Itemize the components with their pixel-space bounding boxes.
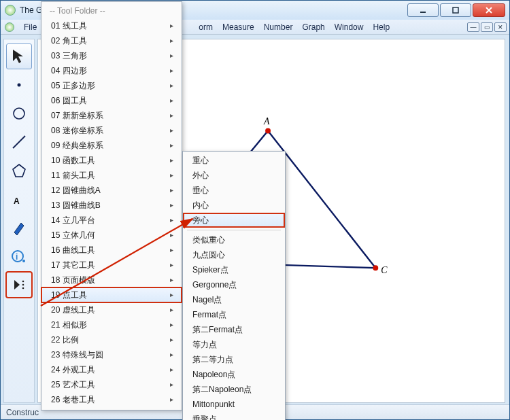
menu-item[interactable]: orm: [199, 22, 213, 32]
menu2-item[interactable]: Gergonne点: [183, 277, 285, 292]
submenu-arrow-icon: ▸: [170, 155, 173, 166]
point-tool-submenu[interactable]: 重心外心垂心内心旁心类似重心九点圆心Spieker点Gergonne点Nagel…: [182, 151, 286, 420]
menu2-item[interactable]: Napoleon点: [183, 367, 285, 382]
menu1-item[interactable]: 20 虚线工具▸: [41, 302, 182, 317]
menu1-item[interactable]: 04 四边形▸: [41, 63, 182, 78]
menu1-item-label: 22 比例: [51, 334, 79, 345]
menu2-item[interactable]: 垂心: [183, 183, 285, 198]
mdi-controls: — ▭ ✕: [467, 22, 509, 32]
menu1-item[interactable]: 16 曲线工具▸: [41, 243, 182, 258]
submenu-arrow-icon: ▸: [170, 364, 173, 375]
mdi-close-button[interactable]: ✕: [494, 22, 507, 32]
menu-file[interactable]: File: [24, 22, 37, 32]
label-c: C: [381, 265, 388, 275]
vertex-c[interactable]: [373, 265, 378, 270]
menu1-item[interactable]: 03 三角形▸: [41, 48, 182, 63]
minimize-button[interactable]: [407, 3, 439, 17]
tool-point[interactable]: [6, 72, 32, 98]
tool-text[interactable]: A: [6, 186, 32, 212]
menu-item[interactable]: Graph: [302, 22, 324, 32]
svg-line-6: [13, 136, 25, 148]
menu1-item[interactable]: 05 正多边形▸: [41, 78, 182, 93]
svg-point-14: [22, 287, 24, 290]
tool-arrow[interactable]: [6, 43, 32, 69]
menu1-item[interactable]: 06 圆工具▸: [41, 93, 182, 108]
tool-marker[interactable]: [6, 215, 32, 241]
menu1-item[interactable]: 21 相似形▸: [41, 317, 182, 332]
maximize-button[interactable]: [440, 3, 471, 17]
menu1-item[interactable]: 18 页面模版▸: [41, 273, 182, 287]
menu1-item[interactable]: 23 特殊线与圆▸: [41, 347, 182, 362]
menu1-item[interactable]: 14 立几平台▸: [41, 213, 182, 228]
menu1-item[interactable]: 13 圆锥曲线B▸: [41, 198, 182, 213]
menu2-item[interactable]: 重心: [183, 153, 285, 168]
menu2-item[interactable]: 内心: [183, 198, 285, 213]
menu2-item[interactable]: 第二Napoleon点: [183, 382, 285, 397]
tool-info[interactable]: i: [6, 243, 32, 269]
svg-point-5: [14, 108, 24, 119]
menu2-item[interactable]: Nagel点: [183, 292, 285, 307]
menu-item[interactable]: Measure: [222, 22, 254, 32]
tool-segment[interactable]: [6, 129, 32, 155]
menu1-item[interactable]: 17 其它工具▸: [41, 258, 182, 273]
menu2-item-label: 外心: [192, 170, 209, 181]
menu-item[interactable]: Number: [264, 22, 293, 32]
left-toolbar: A i: [3, 39, 35, 403]
menu2-item[interactable]: 九点圆心: [183, 247, 285, 262]
menu2-item[interactable]: 类似重心: [183, 232, 285, 247]
mdi-minimize-button[interactable]: —: [467, 22, 479, 32]
menu2-item[interactable]: Fermat点: [183, 307, 285, 322]
menu1-item[interactable]: 07 新新坐标系▸: [41, 108, 182, 123]
menu2-item-label: 垂心: [192, 185, 209, 196]
menu1-item-label: 15 立体几何: [51, 230, 95, 241]
vertex-a[interactable]: [265, 128, 271, 134]
menu1-item[interactable]: 12 圆锥曲线A▸: [41, 183, 182, 198]
menu1-item[interactable]: 11 箭头工具▸: [41, 168, 182, 183]
submenu-arrow-icon: ▸: [170, 110, 173, 121]
tool-circle[interactable]: [6, 101, 32, 126]
tool-polygon[interactable]: [6, 158, 32, 183]
menu2-item-label: 第二Napoleon点: [192, 384, 252, 395]
menu1-item-label: 19 点工具: [51, 290, 87, 300]
menu-separator: [187, 230, 281, 230]
menu2-item[interactable]: 第二等力点: [183, 352, 285, 367]
menu1-item[interactable]: 02 角工具▸: [41, 33, 182, 48]
menu1-item-label: 12 圆锥曲线A: [51, 185, 101, 196]
menu1-item[interactable]: 25 艺术工具▸: [41, 377, 182, 392]
menu2-item[interactable]: Mittonpunkt: [183, 397, 285, 412]
menu2-item-label: 垂聚点: [192, 414, 217, 420]
submenu-arrow-icon: ▸: [170, 140, 173, 151]
menu2-item[interactable]: 外心: [183, 168, 285, 183]
menu2-item-label: 重心: [192, 155, 209, 166]
menu1-item-label: 02 角工具: [51, 35, 87, 46]
menu1-item[interactable]: 10 函数工具▸: [41, 153, 182, 168]
menu1-item[interactable]: 22 比例▸: [41, 332, 182, 347]
menu2-item-label: 九点圆心: [192, 249, 225, 260]
close-button[interactable]: [473, 3, 505, 17]
menu2-item[interactable]: 等力点: [183, 337, 285, 352]
menu2-item-label: Nagel点: [192, 294, 222, 305]
menu2-item[interactable]: 旁心: [183, 213, 285, 228]
menu1-item-label: 10 函数工具: [51, 155, 95, 166]
tool-custom[interactable]: [6, 272, 32, 298]
menu1-item-label: 05 正多边形: [51, 80, 95, 91]
menu2-item[interactable]: 垂聚点: [183, 412, 285, 420]
submenu-arrow-icon: ▸: [170, 35, 173, 46]
menu2-item-label: 第二Fermat点: [192, 324, 243, 335]
menu1-item[interactable]: 09 经典坐标系▸: [41, 138, 182, 153]
menu1-item[interactable]: 19 点工具▸: [41, 287, 182, 302]
window-title: The G: [20, 5, 42, 15]
menu-item[interactable]: Window: [335, 22, 364, 32]
menu1-item[interactable]: 26 老巷工具▸: [41, 392, 182, 407]
menu-item[interactable]: Help: [373, 22, 390, 32]
mdi-restore-button[interactable]: ▭: [481, 22, 493, 32]
menu-header: -- Tool Folder --: [41, 3, 182, 18]
menu2-item[interactable]: Spieker点: [183, 262, 285, 277]
menu1-item-label: 16 曲线工具: [51, 245, 95, 256]
menu1-item[interactable]: 08 迷你坐标系▸: [41, 123, 182, 138]
menu1-item[interactable]: 01 线工具▸: [41, 18, 182, 33]
menu2-item[interactable]: 第二Fermat点: [183, 322, 285, 337]
menu1-item[interactable]: 24 外观工具▸: [41, 362, 182, 377]
tool-folder-menu[interactable]: -- Tool Folder -- 01 线工具▸02 角工具▸03 三角形▸0…: [41, 1, 182, 410]
menu1-item[interactable]: 15 立体几何▸: [41, 228, 182, 243]
